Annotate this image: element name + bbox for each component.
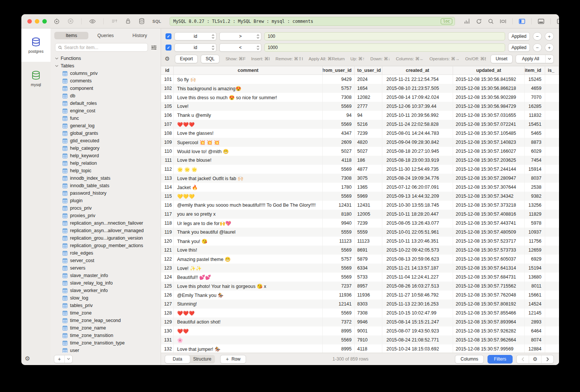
filter-sliders-icon[interactable]	[151, 45, 157, 50]
sidebar-table-item[interactable]: time_zone_leap_second	[51, 317, 161, 324]
sidebar-table-item[interactable]: func	[51, 115, 161, 122]
filter-column-select[interactable]: id	[174, 32, 216, 40]
tab-data[interactable]: Data	[165, 355, 190, 363]
zoom-window-button[interactable]	[42, 19, 47, 24]
tab-structure[interactable]: Structure	[190, 355, 215, 363]
sql-editor-icon[interactable]: SQL	[152, 19, 161, 24]
item-search-field[interactable]	[55, 43, 148, 52]
sidebar-table-item[interactable]: password_history	[51, 189, 161, 197]
sidebar-table-item[interactable]: columns_priv	[51, 70, 161, 77]
table-row[interactable]: 119 Thank you beautiful @laurel 5559 555…	[161, 228, 559, 237]
sidebar-table-item[interactable]: server_cost	[51, 257, 161, 264]
column-header-updated-at[interactable]: updated_at	[453, 66, 525, 75]
sidebar-table-item[interactable]: time_zone_transition	[51, 332, 161, 339]
sidebar-table-item[interactable]: help_topic	[51, 167, 161, 174]
table-row[interactable]: 108 Love the glasses! 4347 7239 2015-08-…	[161, 129, 559, 138]
column-header-comment[interactable]: comment	[174, 66, 323, 75]
remove-filter-button[interactable]: −	[533, 32, 542, 40]
add-item-menu-button[interactable]	[64, 355, 72, 363]
sidebar-table-item[interactable]: help_keyword	[51, 152, 161, 159]
connect-icon[interactable]	[54, 18, 60, 24]
next-page-button[interactable]	[541, 355, 553, 363]
add-row-button[interactable]: + Row	[220, 355, 246, 364]
table-row[interactable]: 101 So fly 🙌🏻 9429 2024 2015-11-21 22:12…	[161, 75, 559, 84]
search-input[interactable]	[64, 45, 145, 50]
filter-value-input[interactable]	[264, 43, 505, 52]
sql-button[interactable]: SQL	[201, 55, 219, 63]
export-button[interactable]: Export	[175, 55, 198, 63]
sidebar-table-item[interactable]: slave_worker_info	[51, 287, 161, 294]
close-window-button[interactable]	[27, 19, 32, 24]
sidebar-table-item[interactable]: innodb_table_stats	[51, 182, 161, 189]
sidebar-table-item[interactable]: time_zone_transition_type	[51, 339, 161, 347]
table-row[interactable]: 113 Love that jacket! Outfit is fab 🙌🏻 7…	[161, 174, 559, 183]
table-row[interactable]: 110 Would love to! @mith 😬 5027 5027 201…	[161, 147, 559, 156]
import-list-icon[interactable]	[111, 18, 118, 24]
table-row[interactable]: 111 Love the blouse! 4118 186 2015-08-18…	[161, 156, 559, 165]
sidebar-table-item[interactable]: db	[51, 92, 161, 100]
filter-settings-gear-icon[interactable]: ⚙	[165, 55, 170, 62]
lock-icon[interactable]	[125, 18, 131, 24]
sidebar-table-item[interactable]: time_zone_name	[51, 324, 161, 332]
table-row[interactable]: 107 ❤️❤️❤️ 5569 5216 2015-11-24 22:02:58…	[161, 120, 559, 129]
table-row[interactable]: 105 Love! 5569 2777 2015-12-06 10:37:39.…	[161, 102, 559, 111]
settings-gear-icon[interactable]: ⚙	[25, 355, 30, 362]
sidebar-table-item[interactable]: slave_relay_log_info	[51, 279, 161, 287]
tree-section-tables[interactable]: Tables	[51, 62, 161, 70]
sidebar-table-item[interactable]: proxies_priv	[51, 212, 161, 219]
table-row[interactable]: 118 Ur legs are to die for🙌💖 9940 7239 2…	[161, 219, 559, 228]
filter-column-select[interactable]: id	[174, 43, 216, 52]
table-row[interactable]: 132 Love that jumper! 🏇 8995 4118 2015-1…	[161, 344, 559, 353]
table-row[interactable]: 117 you are so pretty x 8180 12005 2015-…	[161, 210, 559, 219]
connection-mysql[interactable]: mysql	[21, 62, 51, 95]
table-row[interactable]: 116 @emily thank you soooo much beautifu…	[161, 201, 559, 210]
eye-icon[interactable]	[89, 18, 96, 24]
sidebar-table-item[interactable]: slow_log	[51, 294, 161, 302]
filter-enabled-checkbox[interactable]: ✓	[166, 45, 171, 51]
filter-applied-button[interactable]: Applied	[508, 43, 530, 52]
sidebar-table-item[interactable]: help_relation	[51, 159, 161, 167]
spacing-icon[interactable]	[500, 18, 506, 24]
column-header-created-at[interactable]: created_at	[382, 66, 453, 75]
sidebar-table-item[interactable]: general_log	[51, 122, 161, 130]
column-header-id[interactable]: id	[161, 66, 174, 75]
tree-section-functions[interactable]: Functions	[51, 55, 161, 62]
search-icon[interactable]	[488, 18, 494, 24]
column-header-item-id[interactable]: item_id	[525, 66, 545, 75]
page-settings-button[interactable]: ⚙	[529, 355, 541, 363]
database-icon[interactable]	[139, 18, 145, 24]
table-row[interactable]: 126 @Emily Thank you 🏇 11936 11936 2015-…	[161, 291, 559, 300]
table-row[interactable]: 123 Love! ✨✨ 5569 6334 2015-11-21 14:13:…	[161, 264, 559, 273]
table-row[interactable]: 121 Love this! 5569 8691 2015-10-22 09:4…	[161, 246, 559, 255]
column-header-from-user-id[interactable]: from_user_id	[323, 66, 355, 75]
sidebar-table-item[interactable]: component	[51, 85, 161, 92]
sidebar-table-item[interactable]: global_grants	[51, 130, 161, 137]
toggle-bottom-panel-icon[interactable]	[538, 18, 544, 24]
sidebar-table-item[interactable]: role_edges	[51, 249, 161, 257]
remove-filter-button[interactable]: −	[533, 43, 542, 52]
column-header-is[interactable]: is_	[545, 66, 559, 75]
sidebar-table-item[interactable]: time_zone	[51, 309, 161, 317]
sidebar-table-item[interactable]: replication_asyn...ailover_managed	[51, 227, 161, 234]
apply-all-menu-button[interactable]	[545, 55, 553, 63]
add-filter-button[interactable]: +	[545, 32, 554, 40]
columns-button[interactable]: Columns	[455, 355, 484, 364]
table-row[interactable]: 131 🌸 5569 7910 2015-08-24 21:08:52.771 …	[161, 335, 559, 344]
sidebar-table-item[interactable]: user	[51, 347, 161, 353]
sidebar-table-item[interactable]: slave_master_info	[51, 272, 161, 279]
filter-operator-select[interactable]: >	[219, 32, 261, 40]
table-row[interactable]: 115 💛💛💛 5569 5969 2015-09-13 14:44:32.20…	[161, 192, 559, 201]
table-row[interactable]: 122 Amazing pastel theme 😬 5757 5879 201…	[161, 255, 559, 264]
table-row[interactable]: 114 Jacket 🔥 1780 1365 2015-07-12 06:20:…	[161, 183, 559, 192]
toggle-right-panel-icon[interactable]	[557, 18, 559, 24]
table-row[interactable]: 124 Beautiful!! 💕💕 5569 5733 2015-11-04 …	[161, 273, 559, 282]
sidebar-table-item[interactable]: procs_priv	[51, 204, 161, 212]
sidebar-table-item[interactable]: replication_group_member_actions	[51, 242, 161, 249]
filters-button[interactable]: Filters	[488, 355, 513, 364]
table-row[interactable]: 112 🌟 🌟 🌟 5569 4877 2015-11-30 12:54:49.…	[161, 165, 559, 174]
sidebar-table-item[interactable]: servers	[51, 264, 161, 272]
table-row[interactable]: 127 Stunning! 12141 8303 2015-11-13 22:3…	[161, 300, 559, 309]
connection-postgres[interactable]: postgres	[21, 28, 51, 62]
previous-page-button[interactable]	[517, 355, 529, 363]
disconnect-icon[interactable]	[67, 18, 74, 24]
